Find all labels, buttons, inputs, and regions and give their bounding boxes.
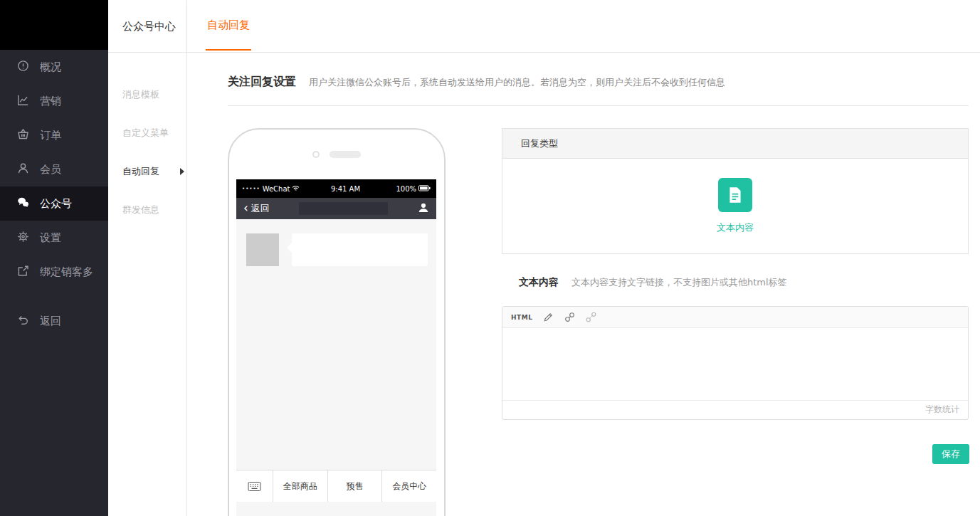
format-pencil-icon[interactable]	[543, 312, 554, 322]
subnav-item-auto-reply[interactable]: 自动回复	[108, 152, 186, 191]
sidebar-item-bind[interactable]: 绑定销客多	[0, 255, 108, 289]
reply-type-text-option[interactable]: 文本内容	[502, 159, 968, 253]
marketing-icon	[17, 94, 29, 109]
reply-type-header: 回复类型	[502, 129, 968, 159]
phone-back-label: 返回	[251, 202, 270, 215]
phone-nav-bar: ‹ 返回	[236, 198, 436, 219]
subnav-item-message-template[interactable]: 消息模板	[108, 75, 186, 114]
phone-screen: ••••• WeChat 9:41 AM 100% ‹ 返回	[236, 179, 436, 516]
tab-auto-reply[interactable]: 自动回复	[206, 0, 251, 51]
section-divider	[228, 105, 969, 106]
sidebar-item-label: 返回	[40, 315, 61, 328]
phone-back-button: ‹ 返回	[243, 202, 270, 215]
sidebar-item-settings[interactable]: 设置	[0, 221, 108, 255]
logo-block	[0, 0, 108, 50]
text-option-label: 文本内容	[717, 221, 754, 234]
text-editor: HTML 字数统计	[502, 306, 969, 420]
active-arrow-icon	[180, 168, 184, 175]
battery-percent: 100%	[396, 185, 416, 193]
main-sidebar: 概况 营销 订单 会员 公众号 设置 绑定销客多	[0, 0, 108, 516]
main-content: 关注回复设置 用户关注微信公众账号后，系统自动发送给用户的消息。若消息为空，则用…	[187, 53, 980, 516]
phone-menu-presale: 预售	[328, 470, 383, 502]
reply-type-panel: 回复类型 文本内容	[502, 128, 969, 254]
unlink-icon[interactable]	[586, 312, 596, 322]
message-bubble	[292, 233, 428, 266]
sidebar-item-overview[interactable]: 概况	[0, 50, 108, 84]
phone-bottom-menu: 全部商品 预售 会员中心	[236, 470, 436, 502]
topbar: 自动回复	[187, 0, 980, 53]
page-description: 用户关注微信公众账号后，系统自动发送给用户的消息。若消息为空，则用户关注后不会收…	[309, 76, 725, 89]
sidebar-item-label: 公众号	[40, 197, 72, 211]
back-chevron-icon: ‹	[243, 202, 248, 214]
avatar	[246, 233, 279, 266]
text-content-description: 文本内容支持文字链接，不支持图片或其他html标签	[571, 276, 787, 289]
sidebar-item-label: 绑定销客多	[40, 265, 93, 279]
orders-icon	[17, 128, 29, 143]
phone-status-bar: ••••• WeChat 9:41 AM 100%	[236, 179, 436, 198]
settings-icon	[17, 231, 29, 246]
sub-sidebar: 公众号中心 消息模板 自定义菜单 自动回复 群发信息	[108, 0, 187, 516]
sidebar-item-marketing[interactable]: 营销	[0, 84, 108, 118]
members-icon	[17, 162, 29, 177]
bind-icon	[17, 265, 29, 280]
phone-speaker	[330, 151, 361, 158]
subnav-item-custom-menu[interactable]: 自定义菜单	[108, 114, 186, 152]
sidebar-item-members[interactable]: 会员	[0, 152, 108, 186]
sidebar-item-label: 概况	[40, 60, 61, 74]
overview-icon	[17, 60, 29, 75]
carrier-label: WeChat	[263, 185, 290, 193]
editor-toolbar: HTML	[502, 307, 968, 328]
subnav-item-label: 自动回复	[122, 166, 159, 177]
back-icon	[17, 314, 29, 329]
text-document-icon	[718, 178, 752, 212]
page-title: 关注回复设置	[228, 75, 296, 90]
profile-icon	[418, 202, 429, 216]
sidebar-item-label: 营销	[40, 95, 61, 108]
sidebar-item-label: 订单	[40, 129, 61, 142]
sidebar-item-return[interactable]: 返回	[0, 304, 108, 338]
phone-menu-member-center: 会员中心	[382, 470, 436, 502]
html-source-button[interactable]: HTML	[511, 314, 532, 321]
sidebar-item-label: 会员	[40, 163, 61, 177]
phone-preview: ••••• WeChat 9:41 AM 100% ‹ 返回	[228, 128, 446, 516]
keyboard-icon	[236, 470, 273, 502]
nav-title-placeholder	[299, 202, 388, 215]
phone-menu-all-products: 全部商品	[273, 470, 328, 502]
link-icon[interactable]	[564, 312, 575, 322]
subnav-item-mass-message[interactable]: 群发信息	[108, 191, 186, 229]
clock-label: 9:41 AM	[310, 185, 381, 193]
sidebar-item-label: 设置	[40, 231, 61, 245]
word-count-label: 字数统计	[925, 404, 959, 416]
subnav-item-label: 自定义菜单	[122, 127, 169, 138]
subnav-item-label: 消息模板	[122, 89, 159, 100]
wifi-icon	[292, 185, 300, 193]
sidebar-item-public-account[interactable]: 公众号	[0, 186, 108, 221]
chat-preview	[236, 219, 436, 470]
editor-input-area[interactable]	[502, 328, 968, 400]
wechat-icon	[17, 196, 29, 211]
text-content-label: 文本内容	[519, 276, 559, 289]
editor-footer: 字数统计	[502, 400, 968, 418]
signal-dots: •••••	[242, 186, 260, 191]
save-button[interactable]: 保存	[932, 444, 969, 464]
sub-sidebar-title: 公众号中心	[108, 0, 186, 53]
sidebar-item-orders[interactable]: 订单	[0, 118, 108, 152]
phone-camera	[312, 151, 320, 158]
subnav-item-label: 群发信息	[122, 204, 159, 215]
battery-icon	[418, 185, 431, 193]
